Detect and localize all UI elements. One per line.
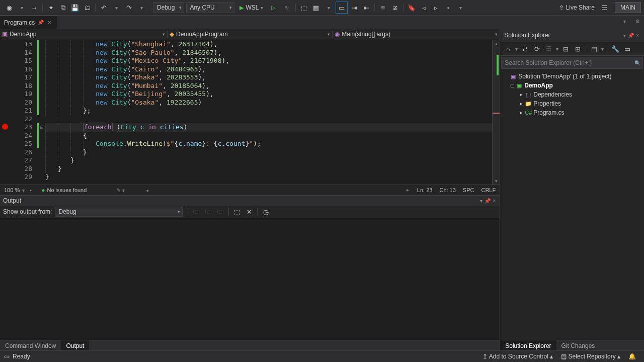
save-icon[interactable]: 💾 (69, 2, 80, 13)
se-showall-icon[interactable]: ⊞ (572, 43, 583, 54)
layout-icon[interactable]: ▦ (310, 2, 321, 13)
lineending-indicator[interactable]: CRLF (481, 187, 496, 193)
check-icon: ● (42, 187, 45, 193)
issues-indicator[interactable]: ●No issues found (42, 187, 87, 193)
scroll-down-icon[interactable]: ▾ (493, 177, 500, 185)
tree-properties[interactable]: ▸📁Properties (500, 99, 644, 108)
collapse-icon[interactable]: ▸ (518, 101, 524, 106)
outdent-icon[interactable]: ⇤ (361, 2, 372, 13)
tab-program-cs[interactable]: Program.cs 📌 × (0, 16, 57, 29)
nav-forward-icon[interactable]: → (29, 2, 40, 13)
indent-icon[interactable]: ⇥ (349, 2, 360, 13)
pin-icon[interactable]: 📌 (38, 20, 44, 25)
tab-output[interactable]: Output (61, 340, 89, 351)
run-alt-icon[interactable]: ↻ (281, 2, 292, 13)
code-content[interactable]: new City("Shanghai", 26317104),new City(… (45, 40, 492, 185)
output-source-combo[interactable]: Debug (55, 207, 183, 217)
se-switch-icon[interactable]: ⇄ (519, 43, 530, 54)
tree-solution[interactable]: ▣Solution 'DemoApp' (1 of 1 project) (500, 72, 644, 81)
step-icon[interactable]: ⬚ (298, 2, 309, 13)
output-clear2-icon[interactable]: ✕ (244, 206, 255, 217)
nav-right-icon[interactable]: ▸ (407, 187, 409, 193)
bookmark-prev-icon[interactable]: ◃ (418, 2, 429, 13)
feedback-icon[interactable]: ☰ (599, 2, 610, 13)
notifications-icon[interactable]: 🔔 (628, 353, 636, 360)
selection-mode-icon[interactable]: ▭ (336, 2, 348, 14)
open-icon[interactable]: ⧉ (57, 2, 68, 13)
code-editor[interactable]: 1314151617181920212223242526272829 ⊟ new… (0, 40, 500, 185)
tree-project[interactable]: ▢▣DemoApp (500, 81, 644, 90)
platform-combo[interactable]: Any CPU (186, 2, 234, 13)
run-button[interactable]: ▶WSL▾ (236, 3, 267, 13)
collapse-icon[interactable]: ▸ (518, 92, 524, 97)
output-close-icon[interactable]: × (493, 198, 496, 204)
tree-file-program[interactable]: ▸C#Program.cs (500, 108, 644, 117)
select-repository[interactable]: ▤ Select Repository ▴ (561, 353, 620, 360)
tabs-gear-icon[interactable]: ⚙ (632, 16, 643, 27)
editor-column: ▣DemoApp▾ ◆DemoApp.Program▾ ◉Main(string… (0, 29, 500, 351)
breakpoint-gutter[interactable] (0, 40, 10, 185)
output-pin-icon[interactable]: 📌 (485, 198, 491, 204)
nav-back-icon[interactable]: ◉ (4, 2, 15, 13)
bookmark-next-icon[interactable]: ▹ (430, 2, 441, 13)
bookmark-icon[interactable]: 🔖 (406, 2, 417, 13)
undo-icon[interactable]: ↶ (98, 2, 109, 13)
brush-icon[interactable]: ✎ ▾ (117, 188, 125, 193)
se-wrench-icon[interactable]: 🔧 (610, 43, 621, 54)
tree-dependencies[interactable]: ▸⬚Dependencies (500, 90, 644, 99)
se-filter-icon[interactable]: ☰ (543, 43, 554, 54)
se-close-icon[interactable]: × (636, 33, 639, 38)
add-source-control[interactable]: ↥ Add to Source Control ▴ (482, 353, 553, 360)
expand-icon[interactable]: ▢ (509, 83, 515, 88)
run-no-debug-icon[interactable]: ▷ (269, 2, 280, 13)
scroll-up-icon[interactable]: ▴ (493, 40, 500, 47)
redo-dropdown-icon[interactable]: ▾ (136, 2, 147, 13)
breakpoint-icon[interactable] (2, 124, 8, 130)
breadcrumb-method[interactable]: ◉Main(string[] args)▾ (333, 31, 500, 38)
redo-icon[interactable]: ↷ (123, 2, 134, 13)
output-wrap-icon[interactable]: ⬚ (231, 206, 243, 217)
breadcrumb-class[interactable]: ◆DemoApp.Program▾ (168, 31, 333, 38)
tab-solution-explorer[interactable]: Solution Explorer (500, 340, 556, 351)
breadcrumb-project[interactable]: ▣DemoApp▾ (0, 31, 168, 38)
tab-git-changes[interactable]: Git Changes (556, 340, 600, 351)
configuration-combo[interactable]: Debug (153, 2, 184, 13)
se-sync-icon[interactable]: ⟳ (531, 43, 542, 54)
solution-tree[interactable]: ▣Solution 'DemoApp' (1 of 1 project) ▢▣D… (500, 70, 644, 340)
line-indicator[interactable]: Ln: 23 (417, 187, 433, 193)
branch-button[interactable]: MAIN (615, 2, 641, 13)
output-title: Output (3, 197, 21, 204)
collapse-icon[interactable]: ▸ (518, 110, 524, 115)
new-item-icon[interactable]: ✦ (45, 2, 56, 13)
se-home-icon[interactable]: ⌂ (503, 43, 514, 54)
layout-dropdown-icon[interactable]: ▾ (323, 2, 334, 13)
fold-gutter[interactable]: ⊟ (37, 40, 45, 185)
close-icon[interactable]: × (46, 19, 53, 26)
save-all-icon[interactable]: 🗂 (82, 2, 93, 13)
undo-dropdown-icon[interactable]: ▾ (111, 2, 122, 13)
se-properties-icon[interactable]: ▤ (589, 43, 600, 54)
se-pin-icon[interactable]: 📌 (628, 33, 634, 38)
output-body[interactable] (0, 218, 500, 340)
se-preview-icon[interactable]: ▭ (622, 43, 633, 54)
spaces-indicator[interactable]: SPC (463, 187, 474, 193)
editor-scrollbar[interactable]: ▴ ▾ (492, 40, 500, 185)
se-dropdown-icon[interactable]: ▾ (623, 33, 626, 38)
status-icon: ▭ (4, 353, 10, 360)
bookmark-clear-icon[interactable]: ▫ (442, 2, 453, 13)
output-clock-icon[interactable]: ◷ (260, 206, 271, 217)
solution-explorer-search[interactable]: Search Solution Explorer (Ctrl+;) (501, 57, 643, 69)
live-share-button[interactable]: ⇪Live Share (555, 4, 599, 11)
decrease-zoom-icon[interactable]: ▪ (30, 188, 32, 193)
output-dropdown-icon[interactable]: ▾ (480, 198, 482, 204)
tab-command-window[interactable]: Command Window (0, 340, 61, 351)
tabs-dropdown-icon[interactable]: ▾ (619, 16, 630, 27)
uncomment-icon[interactable]: ≢ (389, 2, 400, 13)
nav-dropdown-icon[interactable]: ▾ (16, 2, 27, 13)
comment-icon[interactable]: ≡ (377, 2, 388, 13)
char-indicator[interactable]: Ch: 13 (439, 187, 455, 193)
toolbar-overflow-icon[interactable]: ▾ (455, 2, 466, 13)
zoom-combo[interactable]: 100 % ▾ (4, 187, 26, 193)
se-collapse-icon[interactable]: ⊟ (560, 43, 571, 54)
nav-left-icon[interactable]: ◂ (146, 188, 148, 193)
